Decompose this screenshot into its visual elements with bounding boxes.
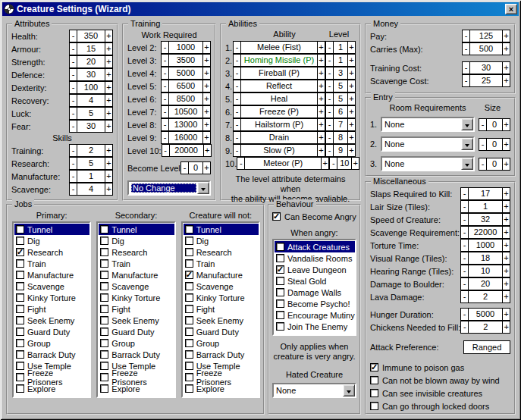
increment-button[interactable]: + xyxy=(105,68,113,81)
list-item[interactable]: Freeze Prisoners xyxy=(99,371,174,383)
misc-value-field[interactable]: 5000 xyxy=(468,308,503,321)
attribute-value-field[interactable]: 350 xyxy=(77,30,105,42)
checkbox[interactable] xyxy=(276,265,284,274)
ability-level-field[interactable]: 3 xyxy=(333,67,348,80)
misc-checkbox-row[interactable]: Immune to poison gas xyxy=(370,361,510,374)
increment-button[interactable]: + xyxy=(347,80,356,92)
ability-level-field[interactable]: 8 xyxy=(333,131,348,144)
increment-button[interactable]: + xyxy=(347,54,356,67)
increment-button[interactable]: + xyxy=(347,131,356,144)
misc-value-field[interactable]: 32 xyxy=(468,213,503,226)
checkbox[interactable] xyxy=(16,282,24,290)
ability-level-field[interactable]: 10 xyxy=(337,157,352,170)
checkbox[interactable] xyxy=(276,243,284,251)
ability-name-field[interactable]: Drain xyxy=(240,131,318,144)
checkbox[interactable] xyxy=(185,316,193,324)
ability-level-field[interactable]: 5 xyxy=(333,80,348,92)
list-item[interactable]: Fight xyxy=(99,303,174,315)
list-item[interactable]: Barrack Duty xyxy=(99,349,174,360)
increment-button[interactable]: + xyxy=(202,41,211,54)
checkbox[interactable] xyxy=(100,305,108,313)
checkbox[interactable] xyxy=(100,316,108,324)
increment-button[interactable]: + xyxy=(202,105,211,118)
checkbox[interactable] xyxy=(16,328,24,336)
checkbox[interactable] xyxy=(16,259,24,268)
increment-button[interactable]: + xyxy=(105,94,113,107)
checkbox[interactable] xyxy=(16,305,24,313)
increment-button[interactable]: + xyxy=(347,144,356,157)
checkbox[interactable] xyxy=(185,293,193,302)
checkbox[interactable] xyxy=(276,322,284,331)
list-item[interactable]: Dig xyxy=(99,235,174,246)
jobs-willnot-listbox[interactable]: Tunnel Dig Research xyxy=(181,221,260,398)
ability-level-field[interactable]: 5 xyxy=(333,92,348,105)
ability-name-field[interactable]: Melee (Fist) xyxy=(240,41,318,54)
increment-button[interactable]: + xyxy=(351,157,359,170)
chevron-down-icon[interactable] xyxy=(461,118,473,130)
list-item[interactable]: Damage Walls xyxy=(275,287,355,298)
skill-value-field[interactable]: 2 xyxy=(77,144,105,157)
attribute-value-field[interactable]: 30 xyxy=(77,68,105,81)
close-button[interactable]: × xyxy=(505,4,517,14)
misc-value-field[interactable]: 1 xyxy=(468,200,503,213)
list-item[interactable]: Train xyxy=(99,258,174,269)
checkbox[interactable] xyxy=(100,362,108,370)
checkbox[interactable] xyxy=(276,288,284,296)
increment-button[interactable]: + xyxy=(502,277,510,290)
increment-button[interactable]: + xyxy=(347,67,356,80)
increment-button[interactable]: + xyxy=(317,144,325,157)
increment-button[interactable]: + xyxy=(317,118,325,131)
become-level-value-field[interactable]: 0 xyxy=(188,161,203,174)
checkbox[interactable] xyxy=(100,328,108,336)
entry-size-field[interactable]: 0 xyxy=(486,138,503,151)
increment-button[interactable]: + xyxy=(202,92,211,105)
checkbox[interactable] xyxy=(185,328,193,336)
increment-button[interactable]: + xyxy=(105,42,113,55)
list-item[interactable]: Leave Dungeon xyxy=(275,264,355,275)
list-item[interactable]: Encourage Mutiny xyxy=(275,309,355,321)
list-item[interactable]: Group xyxy=(184,337,259,349)
increment-button[interactable]: + xyxy=(502,239,510,252)
attribute-value-field[interactable]: 20 xyxy=(77,55,105,68)
skill-value-field[interactable]: 4 xyxy=(77,183,105,196)
checkbox[interactable] xyxy=(185,384,193,393)
ability-level-field[interactable]: 6 xyxy=(333,105,348,118)
list-item[interactable]: Kinky Torture xyxy=(14,292,89,303)
increment-button[interactable]: + xyxy=(202,131,211,144)
entry-size-field[interactable]: 0 xyxy=(486,118,503,131)
chevron-down-icon[interactable] xyxy=(461,138,473,150)
room-dropdown[interactable]: None xyxy=(381,136,475,152)
list-item[interactable]: Seek Enemy xyxy=(99,315,174,326)
increment-button[interactable]: + xyxy=(105,183,113,196)
checkbox[interactable] xyxy=(16,225,24,234)
checkbox[interactable] xyxy=(185,362,193,370)
checkbox[interactable] xyxy=(370,376,378,384)
list-item[interactable]: Research xyxy=(184,246,259,258)
training-level-value-field[interactable]: 5000 xyxy=(168,67,203,80)
list-item[interactable]: Kinky Torture xyxy=(99,292,174,303)
increment-button[interactable]: + xyxy=(105,107,113,120)
training-level-value-field[interactable]: 10500 xyxy=(168,105,203,118)
money-value-field[interactable]: 125 xyxy=(469,30,503,42)
can-become-angry-row[interactable]: Can Become Angry xyxy=(272,210,356,223)
list-item[interactable]: Vandalise Rooms xyxy=(275,252,355,264)
chevron-down-icon[interactable] xyxy=(343,384,355,396)
ability-name-field[interactable]: Slow (P) xyxy=(240,144,318,157)
attribute-value-field[interactable]: 30 xyxy=(77,120,105,133)
increment-button[interactable]: + xyxy=(502,42,510,55)
increment-button[interactable]: + xyxy=(317,105,325,118)
ability-name-field[interactable]: Homing Missile (P) xyxy=(240,54,318,67)
training-level-value-field[interactable]: 13000 xyxy=(168,118,203,131)
checkbox[interactable] xyxy=(16,237,24,245)
list-item[interactable]: Guard Duty xyxy=(14,326,89,337)
increment-button[interactable]: + xyxy=(502,213,510,226)
list-item[interactable]: Dig xyxy=(184,235,259,246)
list-item[interactable]: Manufacture xyxy=(184,269,259,281)
chevron-down-icon[interactable] xyxy=(461,158,473,170)
misc-value-field[interactable]: 22000 xyxy=(468,226,503,239)
training-level-value-field[interactable]: 20000 xyxy=(169,144,204,157)
checkbox[interactable] xyxy=(16,316,24,324)
checkbox[interactable] xyxy=(185,305,193,313)
checkbox[interactable] xyxy=(185,282,193,290)
increment-button[interactable]: + xyxy=(317,54,325,67)
